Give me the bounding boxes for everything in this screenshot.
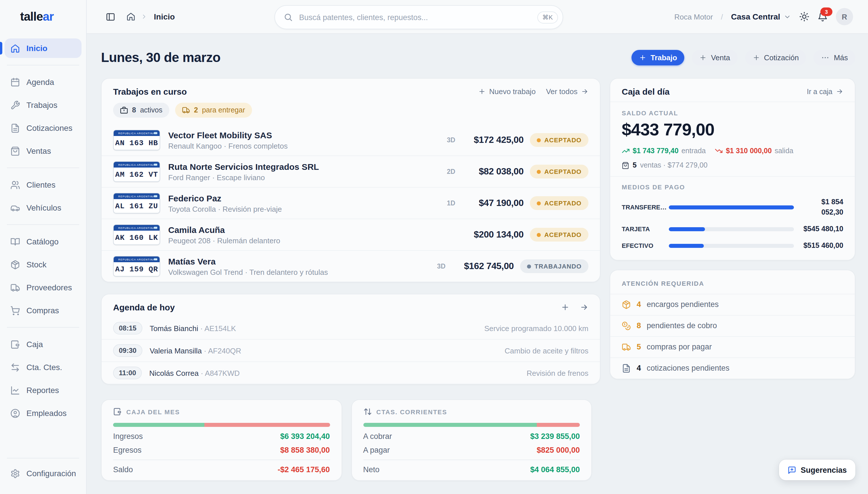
sidebar-item-agenda[interactable]: Agenda xyxy=(5,72,81,92)
job-days-badge: 1D xyxy=(445,200,455,207)
status-badge: ACEPTADO xyxy=(530,228,588,242)
gear-icon xyxy=(10,469,20,478)
avatar[interactable]: R xyxy=(836,8,853,25)
accounts-card: CTAS. CORRIENTES A cobrar $3 239 855,00 xyxy=(351,399,592,481)
stat-value: $4 064 855,00 xyxy=(530,465,580,474)
appointment-time: 08:15 xyxy=(113,322,142,335)
new-job-link[interactable]: Nuevo trabajo xyxy=(478,87,536,96)
stat-value: $8 858 380,00 xyxy=(280,446,330,454)
job-row[interactable]: REPUBLICA ARGENTINA AM 162 VT Ruta Norte… xyxy=(101,155,600,187)
sidebar-item-inicio[interactable]: Inicio xyxy=(5,38,81,58)
stat-label: Ingresos xyxy=(113,432,143,441)
sidebar-item-cta-ctes[interactable]: Cta. Ctes. xyxy=(5,358,81,377)
app-root: tallear Inicio Agenda Trabajos Cotizacio… xyxy=(0,0,868,494)
inflow-stat: $1 743 779,40 entrada xyxy=(622,147,706,155)
notifications-button[interactable]: 3 xyxy=(817,12,828,22)
job-days-badge: 3D xyxy=(435,263,445,270)
theme-toggle-button[interactable] xyxy=(799,12,810,22)
argentina-flag-icon xyxy=(154,258,157,261)
stat-value: $825 000,00 xyxy=(537,446,580,454)
sidebar-item-cotizaciones[interactable]: Cotizaciones xyxy=(5,118,81,138)
sidebar-item-vehiculos[interactable]: Vehículos xyxy=(5,198,81,217)
line-chart-icon xyxy=(10,385,20,395)
branch-switcher[interactable]: Casa Central xyxy=(731,12,791,21)
job-client-name: Ruta Norte Servicios Integrados SRL xyxy=(168,162,319,171)
app-logo[interactable]: tallear xyxy=(0,0,86,33)
daily-cash-card: Caja del día Ir a caja SALDO ACTUAL $433… xyxy=(610,78,855,260)
sidebar-item-label: Proveedores xyxy=(26,283,72,292)
sidebar-item-catalogo[interactable]: Catálogo xyxy=(5,232,81,251)
new-cotizacion-button[interactable]: Cotización xyxy=(745,50,806,65)
job-row[interactable]: REPUBLICA ARGENTINA AL 161 ZU Federico P… xyxy=(101,187,600,218)
org-name: Roca Motor xyxy=(674,12,713,21)
sidebar-item-label: Configuración xyxy=(26,469,76,478)
view-all-jobs-link[interactable]: Ver todos xyxy=(546,87,588,96)
appointment-client: Nicolás Correa xyxy=(149,369,199,377)
payment-method-value: $515 460,00 xyxy=(800,241,843,251)
suggestions-button[interactable]: Sugerencias xyxy=(779,460,855,480)
appointment-detail: Cambio de aceite y filtros xyxy=(505,346,588,355)
new-trabajo-button[interactable]: Trabajo xyxy=(631,50,685,65)
sidebar-item-clientes[interactable]: Clientes xyxy=(5,175,81,194)
attention-item-compras[interactable]: 5 compras por pagar xyxy=(610,336,855,357)
active-jobs-filter[interactable]: 8activos xyxy=(113,103,169,118)
job-row[interactable]: REPUBLICA ARGENTINA AN 163 HB Vector Fle… xyxy=(101,125,600,155)
sidebar-item-proveedores[interactable]: Proveedores xyxy=(5,278,81,297)
stat-value: -$2 465 175,60 xyxy=(278,465,330,474)
stat-label: Egresos xyxy=(113,446,142,454)
attention-item-cobros[interactable]: 8 pendientes de cobro xyxy=(610,315,855,336)
org-separator: / xyxy=(721,12,723,21)
go-to-cash-link[interactable]: Ir a caja xyxy=(807,88,843,96)
job-row[interactable]: REPUBLICA ARGENTINA AK 160 LK Camila Acu… xyxy=(101,218,600,250)
quick-actions: Trabajo Venta Cotización Más xyxy=(631,50,855,65)
sidebar-item-configuracion[interactable]: Configuración xyxy=(5,463,81,483)
agenda-row[interactable]: 11:00 Nicolás Correa · A847KWD Revisión … xyxy=(101,361,600,384)
sidebar-item-empleados[interactable]: Empleados xyxy=(5,403,81,423)
chevron-down-icon xyxy=(783,13,791,20)
search-input[interactable] xyxy=(298,12,532,22)
status-dot-icon xyxy=(537,138,541,142)
status-badge: TRABAJANDO xyxy=(520,259,588,273)
appointment-detail: Revisión de frenos xyxy=(527,369,588,377)
home-breadcrumb-icon[interactable] xyxy=(126,12,135,21)
sidebar-item-compras[interactable]: Compras xyxy=(5,301,81,320)
attention-item-cotizaciones[interactable]: 4 cotizaciones pendientes xyxy=(610,357,855,378)
month-cash-card: CAJA DEL MES Ingresos $6 393 204,40 xyxy=(101,399,342,481)
panel-toggle-icon[interactable] xyxy=(106,12,115,21)
wallet-icon xyxy=(10,339,20,349)
argentina-flag-icon xyxy=(154,164,157,166)
daily-cash-title: Caja del día xyxy=(622,87,670,96)
sidebar-item-trabajos[interactable]: Trabajos xyxy=(5,95,81,115)
sidebar-item-label: Empleados xyxy=(26,408,67,418)
sidebar-item-caja[interactable]: Caja xyxy=(5,335,81,354)
agenda-row[interactable]: 09:30 Valeria Mansilla · AF240QR Cambio … xyxy=(101,339,600,361)
sidebar-item-reportes[interactable]: Reportes xyxy=(5,380,81,400)
truck-icon xyxy=(182,106,190,114)
attention-card: ATENCIÓN REQUERIDA 4 encargos pendientes… xyxy=(610,269,855,379)
appointment-plate: · AF240QR xyxy=(202,346,241,355)
add-appointment-button[interactable] xyxy=(561,303,570,311)
global-search: ⌘K xyxy=(274,5,563,29)
license-plate: REPUBLICA ARGENTINA AN 163 HB xyxy=(113,130,160,150)
job-row[interactable]: REPUBLICA ARGENTINA AJ 159 QR Matías Ver… xyxy=(101,250,600,282)
status-badge: ACEPTADO xyxy=(530,196,588,210)
job-amount: $82 038,00 xyxy=(462,166,523,177)
new-venta-button[interactable]: Venta xyxy=(692,50,738,65)
sidebar-item-ventas[interactable]: Ventas xyxy=(5,141,81,160)
go-to-agenda-button[interactable] xyxy=(580,303,588,311)
job-amount: $172 425,00 xyxy=(462,135,523,145)
payable-bar-segment xyxy=(536,423,580,427)
job-amount: $200 134,00 xyxy=(462,229,523,240)
sidebar-item-label: Cotizaciones xyxy=(26,124,72,133)
briefcase-icon xyxy=(120,106,128,114)
more-actions-button[interactable]: Más xyxy=(814,50,855,65)
page-title: Lunes, 30 de marzo xyxy=(101,50,220,65)
appointment-client: Valeria Mansilla xyxy=(150,346,202,355)
appointment-plate: · A847KWD xyxy=(199,369,240,377)
to-deliver-filter[interactable]: 2para entregar xyxy=(175,103,252,118)
sidebar-item-stock[interactable]: Stock xyxy=(5,255,81,274)
jobs-card-title: Trabajos en curso xyxy=(113,87,187,96)
attention-item-encargos[interactable]: 4 encargos pendientes xyxy=(610,293,855,315)
agenda-row[interactable]: 08:15 Tomás Bianchi · AE154LK Service pr… xyxy=(101,317,600,339)
payment-bar-track xyxy=(669,227,794,231)
